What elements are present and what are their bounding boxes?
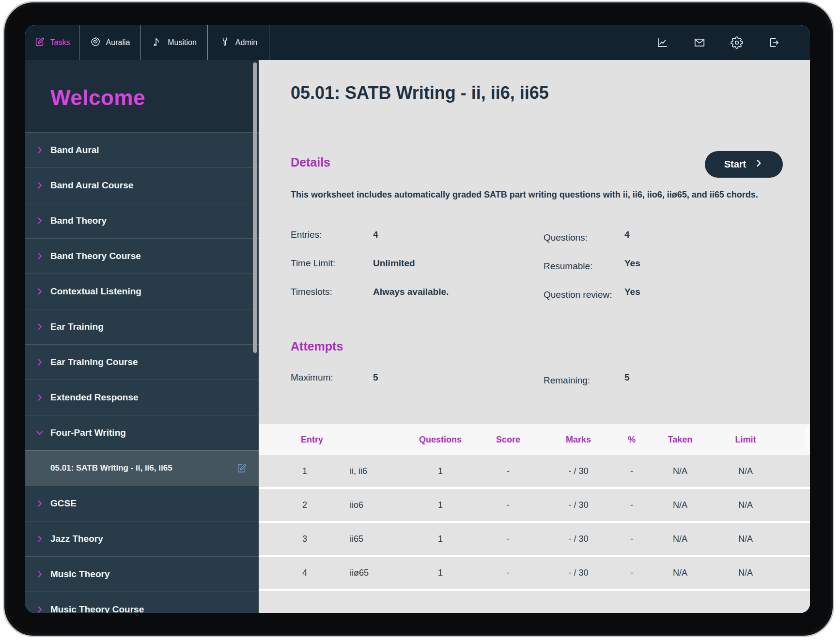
mail-icon[interactable] bbox=[693, 36, 706, 49]
cell-score: - bbox=[472, 500, 544, 510]
column-header-taken: Taken bbox=[651, 435, 709, 445]
chevron-right-icon bbox=[35, 145, 45, 155]
sidebar-scrollbar-thumb[interactable] bbox=[253, 62, 257, 353]
tab-label: Musition bbox=[168, 38, 197, 47]
tab-auralia[interactable]: Auralia bbox=[79, 25, 141, 60]
sidebar-item-contextual-listening[interactable]: Contextual Listening bbox=[25, 274, 259, 309]
cell-taken: N/A bbox=[651, 466, 709, 476]
sidebar-item-band-aural[interactable]: Band Aural bbox=[25, 132, 259, 168]
cell-marks: - / 30 bbox=[544, 500, 612, 510]
sidebar-item-band-aural-course[interactable]: Band Aural Course bbox=[25, 168, 259, 203]
chevron-right-icon bbox=[35, 251, 45, 261]
cell-limit: N/A bbox=[709, 500, 782, 510]
sidebar-item-four-part-writing[interactable]: Four-Part Writing bbox=[25, 415, 259, 450]
cell-entry-name: ii65 bbox=[327, 534, 409, 544]
tablet-mockup: Tasks Auralia Musition Admin bbox=[0, 0, 840, 641]
cell-score: - bbox=[472, 534, 544, 544]
sidebar-item-label: Four-Part Writing bbox=[50, 427, 126, 438]
top-nav-bar: Tasks Auralia Musition Admin bbox=[25, 25, 810, 60]
cell-entry-number: 2 bbox=[259, 500, 327, 510]
cell-percent: - bbox=[612, 466, 651, 476]
edit-worksheet-icon[interactable] bbox=[236, 463, 247, 473]
cell-limit: N/A bbox=[709, 534, 782, 544]
main-content: 05.01: SATB Writing - ii, ii6, ii65 Deta… bbox=[259, 60, 810, 613]
column-header-marks: Marks bbox=[544, 435, 612, 445]
sidebar-item-satb-writing-selected[interactable]: 05.01: SATB Writing - ii, ii6, ii65 bbox=[25, 450, 259, 486]
table-row: 2 iio6 1 - - / 30 - N/A N/A bbox=[259, 489, 810, 521]
table-row: 1 ii, ii6 1 - - / 30 - N/A N/A bbox=[259, 455, 810, 487]
tab-admin[interactable]: Admin bbox=[208, 25, 269, 60]
sidebar-item-band-theory[interactable]: Band Theory bbox=[25, 203, 259, 238]
chevron-right-icon bbox=[35, 499, 45, 508]
cell-entry-name: iio6 bbox=[327, 500, 409, 510]
sidebar-header: Welcome bbox=[25, 60, 259, 132]
table-footer-strip bbox=[259, 591, 810, 613]
sidebar-item-ear-training-course[interactable]: Ear Training Course bbox=[25, 344, 259, 380]
field-label: Resumable: bbox=[544, 258, 624, 274]
chevron-right-icon bbox=[35, 534, 45, 544]
cell-percent: - bbox=[612, 534, 651, 544]
cell-entry-number: 4 bbox=[259, 568, 327, 578]
logout-icon[interactable] bbox=[768, 36, 780, 49]
cell-limit: N/A bbox=[709, 568, 782, 578]
cell-marks: - / 30 bbox=[544, 568, 612, 578]
sidebar-item-label: Band Aural Course bbox=[50, 180, 133, 191]
field-label: Entries: bbox=[291, 229, 373, 240]
sidebar-item-label: GCSE bbox=[50, 498, 77, 509]
field-value: Yes bbox=[624, 287, 640, 297]
welcome-heading: Welcome bbox=[50, 86, 145, 110]
sidebar-item-label: 05.01: SATB Writing - ii, ii6, ii65 bbox=[50, 463, 172, 473]
tab-musition[interactable]: Musition bbox=[141, 25, 208, 60]
sidebar-item-label: Music Theory bbox=[50, 569, 109, 580]
nav-action-icons bbox=[656, 25, 810, 60]
field-value: Yes bbox=[624, 258, 640, 269]
start-button[interactable]: Start bbox=[705, 151, 783, 178]
sidebar-item-music-theory[interactable]: Music Theory bbox=[25, 556, 259, 592]
table-row: 4 iiø65 1 - - / 30 - N/A N/A bbox=[259, 557, 810, 589]
field-value: Unlimited bbox=[373, 258, 544, 269]
sidebar-item-ear-training[interactable]: Ear Training bbox=[25, 309, 259, 344]
chevron-right-icon bbox=[35, 605, 45, 613]
sidebar-item-gcse[interactable]: GCSE bbox=[25, 486, 259, 521]
sidebar-item-music-theory-course[interactable]: Music Theory Course bbox=[25, 592, 259, 613]
chevron-right-icon bbox=[35, 216, 45, 226]
settings-gear-icon[interactable] bbox=[731, 36, 743, 49]
sidebar-item-label: Ear Training bbox=[50, 321, 104, 332]
field-value: 4 bbox=[624, 229, 640, 240]
field-label: Maximum: bbox=[291, 372, 373, 383]
cell-percent: - bbox=[612, 500, 651, 510]
attempts-heading: Attempts bbox=[291, 339, 343, 353]
musition-note-icon bbox=[152, 36, 162, 49]
sidebar-item-extended-response[interactable]: Extended Response bbox=[25, 380, 259, 415]
sidebar-item-list: Band Aural Band Aural Course Band Theory… bbox=[25, 132, 259, 613]
sidebar-item-label: Music Theory Course bbox=[50, 604, 144, 613]
auralia-spiral-icon bbox=[90, 36, 101, 49]
sidebar-item-label: Band Theory bbox=[50, 215, 107, 226]
tab-label: Auralia bbox=[106, 38, 130, 47]
app-screen: Tasks Auralia Musition Admin bbox=[25, 25, 810, 613]
chevron-right-icon bbox=[35, 181, 45, 190]
content-scrollbar-thumb[interactable] bbox=[806, 428, 809, 449]
sidebar: Welcome Band Aural Band Aural Course Ban… bbox=[25, 60, 259, 613]
chevron-right-icon bbox=[35, 569, 45, 579]
table-row: 3 ii65 1 - - / 30 - N/A N/A bbox=[259, 523, 810, 555]
cell-entry-name: ii, ii6 bbox=[327, 466, 409, 476]
cell-score: - bbox=[472, 466, 544, 476]
sidebar-item-band-theory-course[interactable]: Band Theory Course bbox=[25, 238, 259, 274]
sidebar-item-label: Extended Response bbox=[50, 392, 139, 403]
chart-icon[interactable] bbox=[656, 36, 669, 49]
chevron-right-icon bbox=[35, 357, 45, 367]
chevron-right-icon bbox=[754, 158, 763, 170]
column-header-score: Score bbox=[472, 435, 544, 445]
chevron-down-icon bbox=[35, 428, 45, 438]
cell-entry-number: 3 bbox=[259, 534, 327, 544]
chevron-right-icon bbox=[35, 287, 45, 296]
tab-tasks[interactable]: Tasks bbox=[25, 25, 79, 60]
cell-questions: 1 bbox=[409, 534, 472, 544]
sidebar-item-label: Band Theory Course bbox=[50, 251, 141, 261]
cell-limit: N/A bbox=[709, 466, 782, 476]
cell-taken: N/A bbox=[651, 500, 709, 510]
cell-taken: N/A bbox=[651, 534, 709, 544]
admin-wrench-icon bbox=[219, 36, 230, 49]
sidebar-item-jazz-theory[interactable]: Jazz Theory bbox=[25, 521, 259, 556]
